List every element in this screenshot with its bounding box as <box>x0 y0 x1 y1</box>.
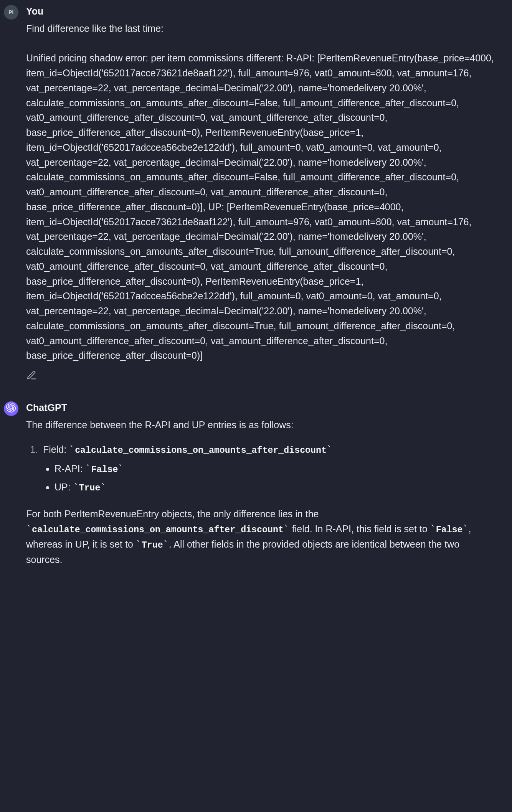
user-avatar-initials: PI <box>9 8 13 16</box>
assistant-closing-text: For both PerItemRevenueEntry objects, th… <box>26 507 497 567</box>
user-author-label: You <box>26 4 497 19</box>
assistant-avatar <box>4 401 18 416</box>
edit-icon[interactable] <box>26 372 37 383</box>
field-label: Field: <box>43 444 69 455</box>
list-item: R-API: `False` <box>55 461 497 477</box>
user-avatar: PI <box>4 5 18 20</box>
up-label: UP: <box>55 482 73 492</box>
up-value-code: True <box>79 483 101 493</box>
field-code: calculate_commissions_on_amounts_after_d… <box>75 446 327 456</box>
openai-logo-icon <box>6 403 16 415</box>
assistant-message: ChatGPT The difference between the R-API… <box>4 400 508 577</box>
assistant-intro-text: The difference between the R-API and UP … <box>26 418 497 432</box>
closing-code-true: True <box>142 540 163 550</box>
list-item: Field: `calculate_commissions_on_amounts… <box>41 442 497 495</box>
rapi-label: R-API: <box>55 463 86 474</box>
rapi-value-code: False <box>91 465 118 475</box>
closing-code-false: False <box>436 525 463 535</box>
list-item: UP: `True` <box>55 480 497 495</box>
user-message-text: Find difference like the last time: Unif… <box>26 21 497 363</box>
assistant-author-label: ChatGPT <box>26 400 497 415</box>
sub-list: R-API: `False` UP: `True` <box>43 461 497 495</box>
closing-code-field: calculate_commissions_on_amounts_after_d… <box>32 525 284 535</box>
difference-list: Field: `calculate_commissions_on_amounts… <box>26 442 497 495</box>
user-message: PI You Find difference like the last tim… <box>4 4 508 385</box>
